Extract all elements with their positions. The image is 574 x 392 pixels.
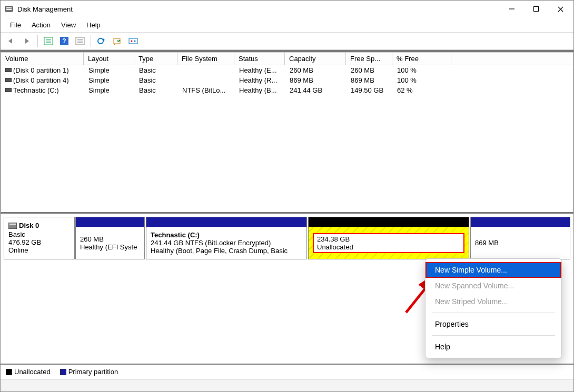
col-type[interactable]: Type [134,52,177,65]
toolbar-separator [91,35,91,47]
context-separator [432,335,555,336]
disk-icon [5,88,12,92]
window-title: Disk Management [17,5,500,13]
disk-type-label: Basic [8,230,70,238]
context-help[interactable]: Help [425,339,561,355]
context-menu: New Simple Volume... New Spanned Volume.… [425,258,562,358]
partition-efi[interactable]: 260 MB Healthy (EFI Syste [75,217,145,259]
legend-bar: Unallocated Primary partition [1,364,573,379]
back-button[interactable] [4,34,18,48]
svg-rect-2 [6,9,12,10]
close-button[interactable] [548,1,572,17]
menu-action[interactable]: Action [26,19,56,31]
svg-point-17 [98,38,103,44]
col-volume[interactable]: Volume [1,52,84,65]
menu-file[interactable]: File [5,19,26,31]
context-properties[interactable]: Properties [425,316,561,332]
table-row[interactable]: Technastic (C:) Simple Basic NTFS (BitLo… [1,85,573,95]
col-filesystem[interactable]: File System [177,52,234,65]
partition-header [76,217,144,227]
menubar: File Action View Help [1,17,573,32]
volume-table: Volume Layout Type File System Status Ca… [1,50,573,214]
disk-drive-icon [8,223,17,230]
menu-help[interactable]: Help [81,19,106,31]
col-status[interactable]: Status [234,52,285,65]
disk-size-label: 476.92 GB [8,238,70,246]
col-pctfree[interactable]: % Free [392,52,451,65]
col-freespace[interactable]: Free Sp... [346,52,392,65]
disk-management-window: Disk Management File Action View Help ? … [0,0,574,392]
help-button[interactable]: ? [57,34,72,48]
svg-rect-22 [8,223,17,229]
svg-point-20 [131,41,133,42]
volume-table-header: Volume Layout Type File System Status Ca… [1,52,573,65]
status-bar [1,379,573,391]
unallocated-highlight-box: 234.38 GB Unallocated [313,233,464,253]
refresh-button[interactable] [94,34,109,48]
titlebar: Disk Management [1,1,573,17]
forward-button[interactable] [19,34,34,48]
maximize-button[interactable] [524,1,548,17]
context-new-striped-volume: New Striped Volume... [425,294,561,309]
rescan-disks-button[interactable] [110,34,125,48]
table-row[interactable]: (Disk 0 partition 1) Simple Basic Health… [1,65,573,75]
context-new-simple-volume[interactable]: New Simple Volume... [425,262,561,278]
col-filler [451,52,573,65]
disk-icon [5,78,12,82]
toolbar: ? [1,32,573,50]
context-separator [432,313,555,313]
disk-state-label: Online [8,246,70,254]
partition-unallocated[interactable]: 234.38 GB Unallocated [308,217,469,259]
col-layout[interactable]: Layout [84,52,134,65]
svg-text:?: ? [62,37,66,45]
legend-swatch-primary [60,369,66,375]
app-icon [5,5,13,13]
partition-c-drive[interactable]: Technastic (C:) 241.44 GB NTFS (BitLocke… [146,217,307,259]
actions-list-icon[interactable] [73,34,87,48]
disk-label-panel[interactable]: Disk 0 Basic 476.92 GB Online [4,217,75,259]
settings-button[interactable] [126,34,141,48]
svg-rect-1 [6,7,12,8]
col-capacity[interactable]: Capacity [285,52,346,65]
context-new-spanned-volume: New Spanned Volume... [425,278,561,294]
toolbar-separator [37,35,38,47]
partition-header [146,217,306,227]
svg-point-21 [134,41,136,42]
svg-rect-19 [129,38,137,44]
partition-header [471,217,570,227]
disk-map-pane: Disk 0 Basic 476.92 GB Online 260 MB Hea… [4,217,570,259]
partition-header [309,217,469,227]
legend-swatch-unallocated [6,369,12,375]
partition-recovery[interactable]: 869 MB [470,217,570,259]
disk-icon [5,68,12,72]
minimize-button[interactable] [500,1,524,17]
svg-rect-23 [9,224,16,225]
menu-view[interactable]: View [56,19,81,31]
show-hide-console-tree-button[interactable] [41,34,56,48]
volume-table-body[interactable]: (Disk 0 partition 1) Simple Basic Health… [1,65,573,214]
table-row[interactable]: (Disk 0 partition 4) Simple Basic Health… [1,75,573,85]
svg-rect-4 [534,7,539,12]
